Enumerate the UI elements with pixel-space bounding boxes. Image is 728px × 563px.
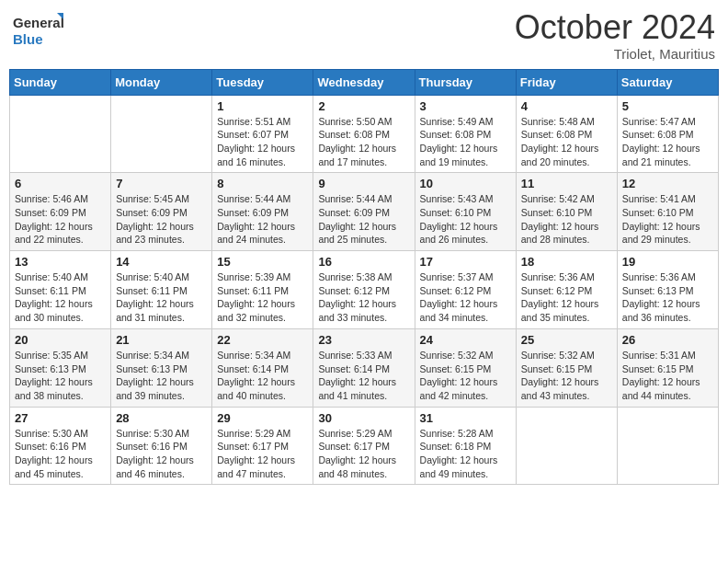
day-info: Sunrise: 5:29 AM Sunset: 6:17 PM Dayligh… <box>318 427 409 481</box>
day-info: Sunrise: 5:48 AM Sunset: 6:08 PM Dayligh… <box>521 115 612 169</box>
calendar-day-cell: 13Sunrise: 5:40 AM Sunset: 6:11 PM Dayli… <box>10 251 111 329</box>
calendar-day-cell: 4Sunrise: 5:48 AM Sunset: 6:08 PM Daylig… <box>516 95 617 173</box>
svg-text:General: General <box>13 15 63 30</box>
day-number: 3 <box>420 99 511 113</box>
day-info: Sunrise: 5:30 AM Sunset: 6:16 PM Dayligh… <box>116 427 207 481</box>
calendar-week-row: 1Sunrise: 5:51 AM Sunset: 6:07 PM Daylig… <box>10 95 719 173</box>
day-number: 1 <box>217 99 308 113</box>
logo-svg: General Blue <box>13 9 63 51</box>
day-info: Sunrise: 5:41 AM Sunset: 6:10 PM Dayligh… <box>622 192 713 247</box>
day-number: 18 <box>521 255 612 269</box>
day-number: 24 <box>420 333 511 347</box>
day-number: 12 <box>622 177 713 190</box>
calendar-day-cell: 19Sunrise: 5:36 AM Sunset: 6:13 PM Dayli… <box>617 251 718 329</box>
calendar-day-cell: 12Sunrise: 5:41 AM Sunset: 6:10 PM Dayli… <box>617 173 718 251</box>
calendar-day-cell: 31Sunrise: 5:28 AM Sunset: 6:18 PM Dayli… <box>415 407 516 485</box>
day-number: 4 <box>521 99 612 113</box>
day-number: 29 <box>217 411 308 425</box>
calendar-week-row: 27Sunrise: 5:30 AM Sunset: 6:16 PM Dayli… <box>10 407 719 485</box>
day-number: 17 <box>420 255 511 269</box>
calendar-day-cell <box>617 407 718 485</box>
calendar-day-cell: 14Sunrise: 5:40 AM Sunset: 6:11 PM Dayli… <box>111 251 212 329</box>
day-info: Sunrise: 5:44 AM Sunset: 6:09 PM Dayligh… <box>318 192 409 247</box>
calendar-day-header: Monday <box>111 69 212 95</box>
page-header: General Blue October 2024 Triolet, Mauri… <box>9 9 719 62</box>
day-info: Sunrise: 5:36 AM Sunset: 6:13 PM Dayligh… <box>622 270 713 325</box>
day-info: Sunrise: 5:34 AM Sunset: 6:13 PM Dayligh… <box>116 349 207 403</box>
calendar-day-cell: 2Sunrise: 5:50 AM Sunset: 6:08 PM Daylig… <box>313 95 415 173</box>
day-number: 27 <box>15 411 106 425</box>
day-info: Sunrise: 5:37 AM Sunset: 6:12 PM Dayligh… <box>420 270 511 325</box>
day-number: 31 <box>420 411 511 425</box>
calendar-day-cell: 16Sunrise: 5:38 AM Sunset: 6:12 PM Dayli… <box>313 251 415 329</box>
calendar-day-header: Friday <box>516 69 617 95</box>
calendar-day-cell: 18Sunrise: 5:36 AM Sunset: 6:12 PM Dayli… <box>516 251 617 329</box>
calendar-day-cell: 10Sunrise: 5:43 AM Sunset: 6:10 PM Dayli… <box>415 173 516 251</box>
day-number: 11 <box>521 177 612 190</box>
day-info: Sunrise: 5:43 AM Sunset: 6:10 PM Dayligh… <box>420 192 511 247</box>
calendar-day-cell <box>10 95 111 173</box>
calendar-day-cell: 8Sunrise: 5:44 AM Sunset: 6:09 PM Daylig… <box>212 173 313 251</box>
day-number: 20 <box>15 333 106 347</box>
calendar-week-row: 13Sunrise: 5:40 AM Sunset: 6:11 PM Dayli… <box>10 251 719 329</box>
day-number: 21 <box>116 333 207 347</box>
day-info: Sunrise: 5:46 AM Sunset: 6:09 PM Dayligh… <box>15 192 106 247</box>
calendar-day-cell: 11Sunrise: 5:42 AM Sunset: 6:10 PM Dayli… <box>516 173 617 251</box>
day-info: Sunrise: 5:44 AM Sunset: 6:09 PM Dayligh… <box>217 192 308 247</box>
calendar-day-header: Saturday <box>617 69 718 95</box>
calendar-table: SundayMondayTuesdayWednesdayThursdayFrid… <box>9 69 719 486</box>
calendar-day-cell: 27Sunrise: 5:30 AM Sunset: 6:16 PM Dayli… <box>10 407 111 485</box>
day-info: Sunrise: 5:30 AM Sunset: 6:16 PM Dayligh… <box>15 427 106 481</box>
day-info: Sunrise: 5:29 AM Sunset: 6:17 PM Dayligh… <box>217 427 308 481</box>
calendar-day-cell: 22Sunrise: 5:34 AM Sunset: 6:14 PM Dayli… <box>212 328 313 407</box>
day-info: Sunrise: 5:45 AM Sunset: 6:09 PM Dayligh… <box>116 192 207 247</box>
day-info: Sunrise: 5:38 AM Sunset: 6:12 PM Dayligh… <box>318 270 409 325</box>
day-info: Sunrise: 5:39 AM Sunset: 6:11 PM Dayligh… <box>217 270 308 325</box>
day-number: 16 <box>318 255 409 269</box>
day-info: Sunrise: 5:31 AM Sunset: 6:15 PM Dayligh… <box>622 349 713 403</box>
title-block: October 2024 Triolet, Mauritius <box>515 9 715 62</box>
calendar-day-header: Sunday <box>10 69 111 95</box>
location-subtitle: Triolet, Mauritius <box>515 46 715 62</box>
calendar-day-cell: 9Sunrise: 5:44 AM Sunset: 6:09 PM Daylig… <box>313 173 415 251</box>
calendar-day-cell: 28Sunrise: 5:30 AM Sunset: 6:16 PM Dayli… <box>111 407 212 485</box>
day-number: 6 <box>15 177 106 190</box>
day-number: 25 <box>521 333 612 347</box>
day-info: Sunrise: 5:49 AM Sunset: 6:08 PM Dayligh… <box>420 115 511 169</box>
calendar-week-row: 6Sunrise: 5:46 AM Sunset: 6:09 PM Daylig… <box>10 173 719 251</box>
day-info: Sunrise: 5:50 AM Sunset: 6:08 PM Dayligh… <box>318 115 409 169</box>
calendar-day-cell: 1Sunrise: 5:51 AM Sunset: 6:07 PM Daylig… <box>212 95 313 173</box>
calendar-day-cell: 30Sunrise: 5:29 AM Sunset: 6:17 PM Dayli… <box>313 407 415 485</box>
day-info: Sunrise: 5:40 AM Sunset: 6:11 PM Dayligh… <box>15 270 106 325</box>
calendar-day-cell: 26Sunrise: 5:31 AM Sunset: 6:15 PM Dayli… <box>617 328 718 407</box>
calendar-day-cell: 21Sunrise: 5:34 AM Sunset: 6:13 PM Dayli… <box>111 328 212 407</box>
calendar-day-header: Wednesday <box>313 69 415 95</box>
day-number: 7 <box>116 177 207 190</box>
month-title: October 2024 <box>515 9 715 46</box>
day-number: 15 <box>217 255 308 269</box>
calendar-day-cell: 20Sunrise: 5:35 AM Sunset: 6:13 PM Dayli… <box>10 328 111 407</box>
svg-text:Blue: Blue <box>13 31 43 47</box>
calendar-day-cell: 23Sunrise: 5:33 AM Sunset: 6:14 PM Dayli… <box>313 328 415 407</box>
day-info: Sunrise: 5:51 AM Sunset: 6:07 PM Dayligh… <box>217 115 308 169</box>
calendar-day-cell: 6Sunrise: 5:46 AM Sunset: 6:09 PM Daylig… <box>10 173 111 251</box>
day-info: Sunrise: 5:33 AM Sunset: 6:14 PM Dayligh… <box>318 349 409 403</box>
calendar-day-header: Tuesday <box>212 69 313 95</box>
calendar-day-cell: 24Sunrise: 5:32 AM Sunset: 6:15 PM Dayli… <box>415 328 516 407</box>
calendar-day-header: Thursday <box>415 69 516 95</box>
day-info: Sunrise: 5:32 AM Sunset: 6:15 PM Dayligh… <box>521 349 612 403</box>
calendar-day-cell: 29Sunrise: 5:29 AM Sunset: 6:17 PM Dayli… <box>212 407 313 485</box>
day-info: Sunrise: 5:42 AM Sunset: 6:10 PM Dayligh… <box>521 192 612 247</box>
calendar-day-cell: 3Sunrise: 5:49 AM Sunset: 6:08 PM Daylig… <box>415 95 516 173</box>
day-number: 22 <box>217 333 308 347</box>
calendar-day-cell: 17Sunrise: 5:37 AM Sunset: 6:12 PM Dayli… <box>415 251 516 329</box>
day-number: 2 <box>318 99 409 113</box>
calendar-day-cell: 5Sunrise: 5:47 AM Sunset: 6:08 PM Daylig… <box>617 95 718 173</box>
day-number: 23 <box>318 333 409 347</box>
calendar-week-row: 20Sunrise: 5:35 AM Sunset: 6:13 PM Dayli… <box>10 328 719 407</box>
calendar-day-cell <box>111 95 212 173</box>
day-number: 9 <box>318 177 409 190</box>
calendar-day-cell: 15Sunrise: 5:39 AM Sunset: 6:11 PM Dayli… <box>212 251 313 329</box>
day-number: 8 <box>217 177 308 190</box>
day-number: 14 <box>116 255 207 269</box>
